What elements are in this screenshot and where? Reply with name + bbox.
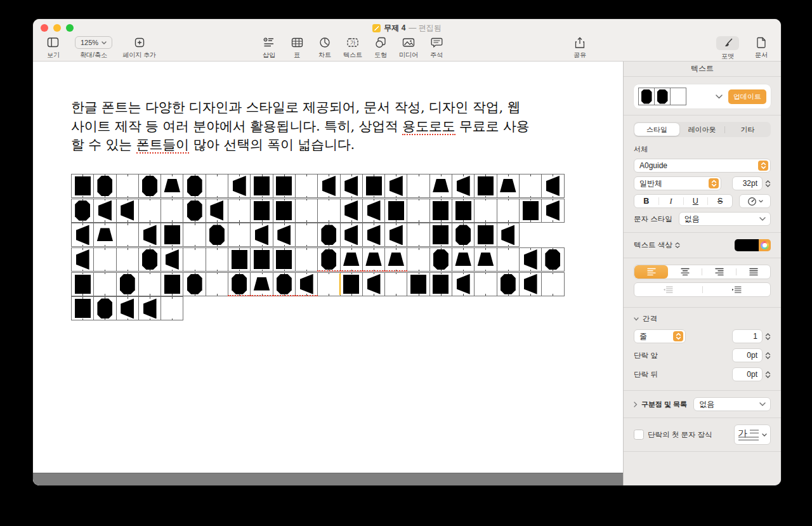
glyph-cell[interactable] [452,174,475,198]
glyph-cell[interactable] [475,272,497,296]
glyph-cell[interactable] [452,272,475,296]
glyph-cell[interactable] [363,272,385,296]
align-justify-button[interactable] [737,265,770,279]
underline-button[interactable]: U [684,197,708,206]
glyph-cell[interactable] [407,199,429,223]
glyph-cell[interactable] [139,272,161,296]
glyph-cell[interactable] [72,223,94,247]
glyph-cell[interactable] [228,174,251,198]
font-size-field[interactable]: 32pt [732,176,763,190]
glyph-cell[interactable] [94,272,116,296]
outdent-button[interactable] [634,283,702,296]
glyph-cell[interactable] [273,272,296,296]
glyph-cell[interactable] [363,247,385,272]
glyph-cell[interactable] [385,174,407,198]
glyph-cell[interactable] [520,247,542,272]
glyph-cell[interactable] [497,272,520,296]
glyph-cell[interactable] [452,247,475,272]
glyph-cell[interactable] [228,247,251,272]
disclosure-open-icon[interactable] [634,317,639,321]
glyph-cell[interactable] [183,174,206,198]
glyph-cell[interactable] [341,174,363,198]
glyph-cell[interactable] [72,247,94,272]
glyph-cell[interactable] [475,247,497,272]
glyph-cell[interactable] [341,223,363,247]
glyph-cell[interactable] [296,247,318,272]
chevron-down-icon[interactable] [716,95,723,99]
glyph-cell[interactable] [363,223,385,247]
glyph-cell[interactable] [251,174,273,198]
before-paragraph-field[interactable]: 0pt [732,348,763,362]
line-spacing-stepper[interactable] [765,333,771,340]
glyph-cell[interactable] [385,223,407,247]
glyph-cell[interactable] [430,272,452,296]
glyph-cell[interactable] [542,199,564,223]
glyph-cell[interactable] [251,223,273,247]
glyph-cell[interactable] [407,247,429,272]
glyph-cell[interactable] [251,272,273,296]
glyph-cell[interactable] [117,247,139,272]
zoom-level-button[interactable]: 125% [75,36,112,49]
paragraph-style-preview[interactable]: 업데이트 [634,84,771,108]
font-size-stepper[interactable] [765,180,771,187]
tab-more[interactable]: 기타 [725,123,770,136]
glyph-cell[interactable] [341,247,363,272]
glyph-cell[interactable] [206,174,228,198]
toolbar-table-button[interactable]: 표 [285,36,308,60]
toolbar-shape-button[interactable]: 도형 [369,36,392,60]
align-right-button[interactable] [702,265,736,279]
glyph-cell[interactable] [318,272,340,296]
dropcap-checkbox[interactable] [634,430,644,440]
glyph-cell[interactable] [228,272,251,296]
text-color-well[interactable] [735,239,771,251]
dropcap-style-button[interactable]: 가 [734,424,771,445]
glyph-cell[interactable] [385,199,407,223]
glyph-cell[interactable] [407,223,429,247]
glyph-cell[interactable] [139,296,161,320]
glyph-cell[interactable] [117,199,139,223]
glyph-cell[interactable] [318,199,340,223]
current-color-swatch[interactable] [735,239,759,251]
glyph-cell[interactable] [139,199,161,223]
glyph-cell[interactable] [430,199,452,223]
glyph-cell[interactable] [497,199,520,223]
toolbar-chart-button[interactable]: 차트 [313,36,336,60]
paragraph[interactable]: 한글 폰트는 다양한 디자인과 스타일로 제공되어, 문서 작성, 디자인 작업… [71,98,604,155]
advanced-text-options-button[interactable] [739,194,771,208]
strikethrough-button[interactable]: S [708,197,732,206]
glyph-cell[interactable] [183,247,206,272]
glyph-cell[interactable] [183,199,206,223]
toolbar-document-button[interactable]: 문서 [750,36,773,60]
stepper-icon[interactable] [758,161,768,171]
toolbar-view-button[interactable]: 보기 [42,36,65,60]
glyph-cell[interactable] [117,272,139,296]
glyph-cell[interactable] [273,247,296,272]
glyph-cell[interactable] [452,223,475,247]
glyph-cell[interactable] [161,199,183,223]
glyph-cell[interactable] [117,174,139,198]
glyph-cell[interactable] [139,223,161,247]
font-style-select[interactable]: 일반체 [634,176,721,190]
align-left-button[interactable] [634,265,668,279]
glyph-cell[interactable] [273,199,296,223]
glyph-cell[interactable] [520,272,542,296]
glyph-cell[interactable] [318,223,340,247]
glyph-cell[interactable] [161,272,183,296]
glyph-cell[interactable] [94,296,116,320]
glyph-cell[interactable] [72,272,94,296]
glyph-cell[interactable] [475,223,497,247]
glyph-cell[interactable] [161,296,183,320]
glyph-cell[interactable] [117,296,139,320]
indent-button[interactable] [703,283,771,296]
toolbar-add-page-button[interactable]: 페이지 추가 [122,36,156,60]
document-canvas[interactable]: 한글 폰트는 다양한 디자인과 스타일로 제공되어, 문서 작성, 디자인 작업… [33,62,623,485]
glyph-cell[interactable] [161,223,183,247]
glyph-cell[interactable] [94,247,116,272]
titlebar[interactable]: 무제 4 — 편집됨 [33,19,781,36]
glyph-cell[interactable] [228,223,251,247]
glyph-cell[interactable] [497,247,520,272]
line-spacing-select[interactable]: 줄 [634,329,686,343]
glyph-cell[interactable] [430,247,452,272]
glyph-cell[interactable] [273,223,296,247]
font-family-select[interactable]: A0guide [634,159,771,173]
